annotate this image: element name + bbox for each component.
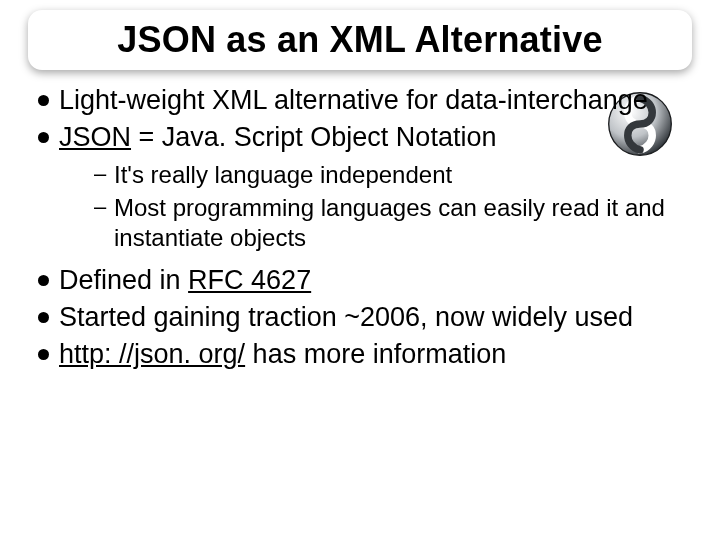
- sub-1-text: It's really language independent: [114, 160, 682, 191]
- bullet-4-text: Started gaining traction ~2006, now wide…: [59, 301, 682, 334]
- bullet-3-underline: RFC 4627: [188, 265, 311, 295]
- bullet-2: JSON = Java. Script Object Notation: [38, 121, 682, 154]
- bullet-5-rest: has more information: [245, 339, 506, 369]
- bullet-2-underline: JSON: [59, 122, 131, 152]
- bullet-5-text: http: //json. org/ has more information: [59, 338, 682, 371]
- bullet-4: Started gaining traction ~2006, now wide…: [38, 301, 682, 334]
- bullet-2-rest: = Java. Script Object Notation: [131, 122, 496, 152]
- dash-icon: –: [94, 160, 112, 188]
- bullet-dot-icon: [38, 349, 49, 360]
- bullet-dot-icon: [38, 132, 49, 143]
- bullet-dot-icon: [38, 95, 49, 106]
- slide: JSON as an XML Alternative Light-weight …: [0, 0, 720, 540]
- bullet-2-text: JSON = Java. Script Object Notation: [59, 121, 682, 154]
- sub-2-text: Most programming languages can easily re…: [114, 193, 682, 254]
- bullet-5: http: //json. org/ has more information: [38, 338, 682, 371]
- sub-bullet-2: – Most programming languages can easily …: [94, 193, 682, 254]
- title-container: JSON as an XML Alternative: [28, 10, 692, 70]
- bullet-1: Light-weight XML alternative for data-in…: [38, 84, 682, 117]
- bullet-3-pre: Defined in: [59, 265, 188, 295]
- bullet-1-text: Light-weight XML alternative for data-in…: [59, 84, 682, 117]
- bullet-5-underline: http: //json. org/: [59, 339, 245, 369]
- sub-bullet-1: – It's really language independent: [94, 160, 682, 191]
- dash-icon: –: [94, 193, 112, 221]
- slide-title: JSON as an XML Alternative: [117, 19, 602, 61]
- bullet-dot-icon: [38, 312, 49, 323]
- bullet-dot-icon: [38, 275, 49, 286]
- sub-list: – It's really language independent – Mos…: [94, 160, 682, 254]
- content-area: Light-weight XML alternative for data-in…: [38, 84, 682, 375]
- bullet-3: Defined in RFC 4627: [38, 264, 682, 297]
- bullet-3-text: Defined in RFC 4627: [59, 264, 682, 297]
